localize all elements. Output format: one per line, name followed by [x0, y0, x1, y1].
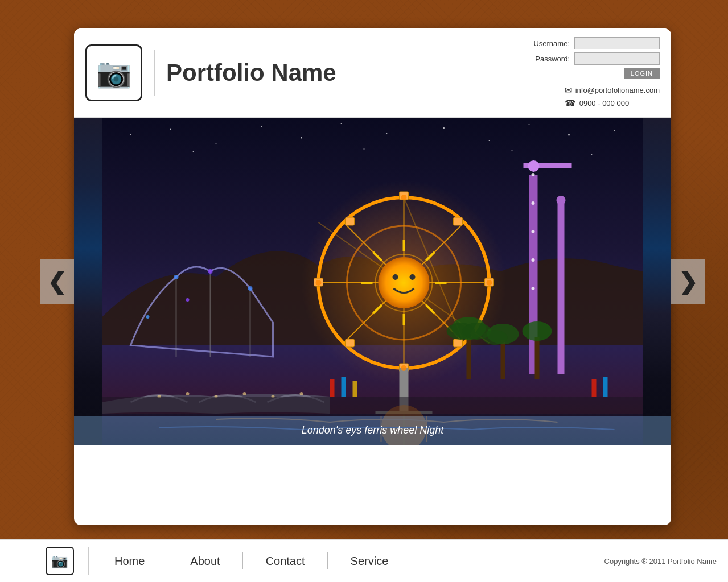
svg-point-15: [512, 150, 513, 151]
svg-point-71: [174, 275, 179, 279]
svg-rect-48: [346, 217, 355, 225]
svg-rect-96: [603, 377, 608, 397]
username-row: Username:: [533, 37, 660, 49]
password-label: Password:: [535, 55, 570, 63]
slide-caption: London's eys ferris wheel Night: [74, 416, 671, 445]
login-button[interactable]: LOGIN: [624, 68, 660, 79]
svg-point-3: [216, 143, 217, 144]
svg-rect-62: [467, 334, 471, 379]
nav-about[interactable]: About: [167, 555, 242, 568]
svg-rect-95: [592, 379, 597, 397]
svg-point-61: [557, 196, 566, 205]
svg-point-31: [379, 257, 430, 308]
svg-point-6: [341, 123, 342, 124]
svg-point-55: [532, 173, 535, 176]
svg-point-4: [261, 126, 262, 127]
svg-point-60: [528, 160, 540, 172]
svg-rect-94: [353, 381, 357, 397]
svg-rect-46: [454, 217, 463, 225]
svg-point-83: [243, 392, 246, 395]
svg-point-81: [186, 392, 190, 395]
nav-links: Home About Contact Service: [92, 555, 604, 568]
svg-point-74: [146, 315, 150, 319]
svg-point-78: [401, 195, 407, 200]
svg-rect-49: [346, 339, 355, 347]
svg-rect-93: [342, 377, 346, 397]
svg-point-76: [316, 280, 322, 286]
username-label: Username:: [533, 39, 570, 48]
svg-point-79: [401, 365, 407, 371]
svg-point-75: [186, 298, 190, 302]
svg-point-2: [170, 129, 171, 130]
svg-point-11: [568, 134, 570, 136]
svg-rect-69: [535, 337, 540, 379]
password-row: Password:: [535, 52, 660, 65]
phone-text: 0900 - 000 000: [579, 99, 629, 108]
svg-point-5: [301, 137, 302, 139]
svg-point-68: [483, 330, 508, 345]
nav-logo: 📷: [46, 547, 74, 575]
email-icon: ✉: [565, 85, 572, 96]
svg-point-10: [529, 124, 530, 125]
svg-rect-66: [501, 340, 505, 379]
svg-point-56: [532, 201, 535, 205]
svg-rect-53: [558, 203, 565, 374]
svg-rect-92: [330, 379, 335, 397]
svg-point-57: [532, 230, 535, 233]
slide-svg: [74, 118, 671, 445]
copyright-text: Copyrights ® 2011 Portfolio Name: [604, 557, 717, 566]
camera-icon-large: 📷: [96, 56, 131, 89]
username-input[interactable]: [574, 37, 660, 49]
email-row: ✉ info@portofolioname.com: [565, 85, 660, 96]
contact-info: ✉ info@portofolioname.com ☎ 0900 - 000 0…: [565, 85, 660, 109]
next-arrow[interactable]: ❯: [671, 259, 705, 304]
svg-point-41: [410, 274, 416, 280]
svg-point-7: [386, 133, 388, 134]
main-card: 📷 Portfolio Name Username: Password: LOG…: [74, 28, 671, 525]
svg-point-59: [532, 287, 535, 290]
password-input[interactable]: [574, 52, 660, 65]
nav-divider-1: [88, 547, 89, 575]
caption-text: London's eys ferris wheel Night: [302, 424, 444, 436]
svg-point-73: [248, 286, 253, 291]
svg-rect-91: [102, 397, 643, 416]
svg-point-40: [393, 274, 398, 280]
slide-image: London's eys ferris wheel Night: [74, 118, 671, 445]
login-button-row: LOGIN: [624, 68, 660, 79]
prev-arrow[interactable]: ❮: [40, 259, 74, 304]
svg-point-70: [523, 321, 552, 341]
email-text: info@portofolioname.com: [575, 86, 660, 94]
svg-rect-47: [454, 339, 463, 347]
login-area: Username: Password: LOGIN ✉ info@portofo…: [533, 37, 660, 109]
svg-point-13: [193, 151, 194, 152]
nav-camera-icon: 📷: [51, 553, 68, 569]
svg-point-1: [130, 134, 131, 135]
site-title: Portfolio Name: [166, 59, 533, 86]
svg-point-85: [300, 392, 303, 395]
header: 📷 Portfolio Name Username: Password: LOG…: [74, 28, 671, 118]
svg-point-12: [614, 130, 615, 131]
svg-point-8: [443, 127, 445, 129]
svg-point-72: [208, 269, 213, 274]
slideshow-container: ❮: [74, 118, 671, 445]
phone-row: ☎ 0900 - 000 000: [565, 98, 660, 109]
nav-home[interactable]: Home: [92, 555, 167, 568]
svg-point-16: [591, 154, 593, 155]
nav-service[interactable]: Service: [328, 555, 412, 568]
header-divider: [154, 50, 155, 96]
bottom-nav: 📷 Home About Contact Service Copyrights …: [0, 539, 728, 582]
svg-point-58: [532, 258, 535, 262]
svg-point-14: [364, 148, 365, 150]
phone-icon: ☎: [565, 98, 576, 109]
svg-point-9: [489, 140, 490, 141]
svg-point-77: [487, 280, 492, 286]
nav-contact[interactable]: Contact: [243, 555, 328, 568]
logo-box: 📷: [85, 44, 142, 101]
